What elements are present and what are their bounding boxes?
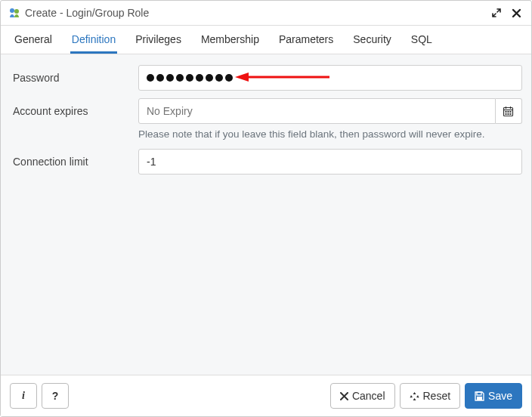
svg-rect-13 [510,113,512,115]
reset-button[interactable]: Reset [400,383,461,409]
info-button[interactable]: i [10,383,37,409]
info-icon: i [22,390,25,402]
create-login-group-role-dialog: Create - Login/Group Role General Defini… [0,0,532,417]
dialog-title: Create - Login/Group Role [25,7,484,19]
save-label: Save [488,390,512,402]
tab-general[interactable]: General [13,26,54,54]
dialog-footer: i ? Cancel Reset [1,375,531,416]
connection-limit-row: Connection limit [10,149,522,175]
save-button[interactable]: Save [465,383,522,409]
reset-label: Reset [423,390,451,402]
tab-parameters[interactable]: Parameters [277,26,335,54]
svg-rect-10 [510,111,512,113]
svg-rect-8 [506,111,507,113]
close-icon[interactable] [509,5,524,20]
close-icon [340,392,348,400]
calendar-icon[interactable] [496,98,522,124]
tabs: General Definition Privileges Membership… [1,26,531,54]
expand-icon[interactable] [489,5,504,20]
svg-rect-9 [508,111,509,113]
save-icon [475,391,484,401]
connection-limit-label: Connection limit [10,156,138,168]
svg-rect-12 [508,113,509,115]
password-input[interactable] [138,65,522,91]
connection-limit-input[interactable] [138,149,522,175]
svg-rect-14 [477,392,481,395]
cancel-button[interactable]: Cancel [330,383,395,409]
tab-sql[interactable]: SQL [410,26,434,54]
account-expires-label: Account expires [10,105,138,117]
help-icon: ? [52,390,59,402]
recycle-icon [410,391,419,401]
password-label: Password [10,72,138,84]
tab-membership[interactable]: Membership [200,26,261,54]
dialog-body: Password Account expires [1,54,531,375]
svg-point-1 [14,9,19,14]
password-row: Password [10,65,522,91]
svg-point-0 [10,8,14,13]
svg-rect-15 [477,397,482,400]
login-role-icon [8,7,20,19]
help-button[interactable]: ? [42,383,69,409]
cancel-label: Cancel [352,390,385,402]
account-expires-input[interactable] [138,98,496,124]
tab-security[interactable]: Security [351,26,393,54]
titlebar: Create - Login/Group Role [1,1,531,26]
tab-definition[interactable]: Definition [70,26,117,54]
account-expires-help: Please note that if you leave this field… [138,128,522,140]
account-expires-row: Account expires [10,98,522,124]
svg-rect-11 [506,113,507,115]
tab-privileges[interactable]: Privileges [134,26,183,54]
